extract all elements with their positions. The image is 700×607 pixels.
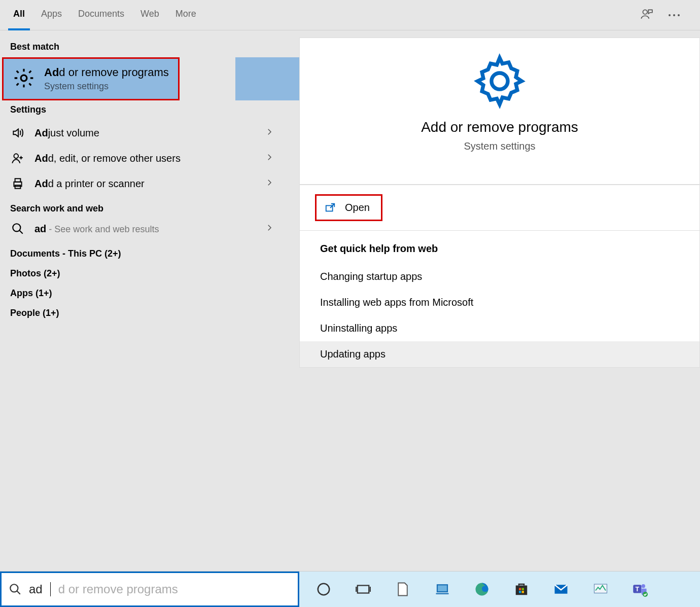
- preview-title: Add or remove programs: [421, 119, 578, 135]
- chevron-right-icon: [265, 153, 289, 164]
- tab-documents[interactable]: Documents: [73, 0, 129, 30]
- help-item[interactable]: Uninstalling apps: [320, 315, 679, 341]
- search-icon: [10, 222, 25, 235]
- best-match-result[interactable]: Add or remove programs System settings: [2, 57, 180, 100]
- svg-text:T: T: [636, 586, 640, 593]
- chevron-right-icon: [265, 127, 289, 138]
- svg-point-9: [10, 584, 18, 592]
- section-best-match: Best match: [0, 38, 299, 57]
- svg-point-23: [642, 584, 646, 588]
- teams-icon[interactable]: T: [631, 580, 649, 598]
- section-apps[interactable]: Apps (1+): [0, 281, 299, 301]
- libreoffice-icon[interactable]: [394, 580, 412, 598]
- gear-icon: [472, 53, 528, 109]
- svg-rect-4: [15, 178, 21, 182]
- best-match-title: Add or remove programs: [44, 66, 169, 79]
- settings-row-printer[interactable]: Add a printer or scanner: [0, 171, 299, 196]
- svg-point-6: [13, 224, 20, 231]
- svg-rect-5: [15, 185, 21, 189]
- text-caret: [50, 582, 51, 596]
- open-button-label: Open: [345, 202, 370, 213]
- help-item[interactable]: Installing web apps from Microsoft: [320, 290, 679, 315]
- store-icon[interactable]: [512, 580, 531, 598]
- search-ghost-text: d or remove programs: [58, 582, 178, 596]
- search-icon: [9, 583, 22, 596]
- tab-more-label: More: [176, 9, 196, 19]
- search-typed-text: ad: [29, 582, 43, 596]
- cortana-icon[interactable]: [314, 580, 333, 598]
- tab-web[interactable]: Web: [135, 0, 164, 30]
- task-view-icon[interactable]: [354, 580, 372, 598]
- edge-icon[interactable]: [473, 580, 491, 598]
- volume-icon: [10, 126, 25, 139]
- more-options-icon[interactable]: [669, 14, 680, 16]
- svg-point-0: [643, 10, 647, 14]
- user-plus-icon: [10, 152, 25, 165]
- search-input[interactable]: add or remove programs: [0, 572, 299, 607]
- svg-rect-16: [522, 588, 524, 590]
- printer-icon: [10, 177, 25, 190]
- help-item[interactable]: Updating apps: [300, 341, 699, 367]
- svg-rect-14: [516, 586, 528, 595]
- settings-row-label: Adjust volume: [34, 127, 256, 139]
- section-documents[interactable]: Documents - This PC (2+): [0, 241, 299, 261]
- open-button[interactable]: Open: [315, 194, 382, 221]
- gear-icon: [13, 67, 35, 91]
- tab-all[interactable]: All: [8, 0, 30, 30]
- section-photos[interactable]: Photos (2+): [0, 261, 299, 281]
- section-search-web: Search work and web: [0, 196, 299, 216]
- preview-subtitle: System settings: [464, 140, 535, 152]
- mail-icon[interactable]: [552, 580, 570, 598]
- web-search-row[interactable]: ad - See work and web results: [0, 216, 299, 241]
- svg-rect-17: [519, 591, 521, 593]
- svg-point-1: [21, 75, 27, 81]
- svg-point-7: [492, 73, 508, 89]
- section-people[interactable]: People (1+): [0, 301, 299, 320]
- web-search-label: ad - See work and web results: [34, 223, 256, 235]
- svg-rect-15: [519, 588, 521, 590]
- svg-rect-12: [437, 585, 447, 592]
- settings-row-volume[interactable]: Adjust volume: [0, 120, 299, 146]
- chevron-right-icon: [265, 223, 289, 234]
- svg-rect-18: [522, 591, 524, 593]
- taskbar: T: [299, 572, 700, 607]
- quick-help-title: Get quick help from web: [320, 243, 679, 255]
- section-settings: Settings: [0, 100, 299, 120]
- svg-point-10: [318, 584, 330, 595]
- quick-help-section: Get quick help from web Changing startup…: [299, 231, 700, 368]
- laptop-icon[interactable]: [433, 580, 451, 598]
- settings-row-label: Add a printer or scanner: [34, 178, 256, 190]
- tab-more[interactable]: More: [170, 0, 204, 30]
- filter-tabs: All Apps Documents Web More: [0, 0, 700, 30]
- help-item[interactable]: Changing startup apps: [320, 264, 679, 290]
- open-external-icon: [325, 202, 336, 213]
- settings-row-users[interactable]: Add, edit, or remove other users: [0, 146, 299, 171]
- best-match-subtitle: System settings: [44, 81, 169, 92]
- monitor-chart-icon[interactable]: [591, 580, 610, 598]
- chevron-right-icon: [265, 178, 289, 189]
- preview-card: Add or remove programs System settings: [299, 38, 700, 185]
- best-match-highlight: [235, 57, 299, 100]
- svg-point-2: [14, 154, 18, 158]
- tab-apps[interactable]: Apps: [36, 0, 67, 30]
- svg-rect-11: [358, 586, 369, 593]
- feedback-icon[interactable]: [640, 8, 653, 23]
- settings-row-label: Add, edit, or remove other users: [34, 153, 256, 164]
